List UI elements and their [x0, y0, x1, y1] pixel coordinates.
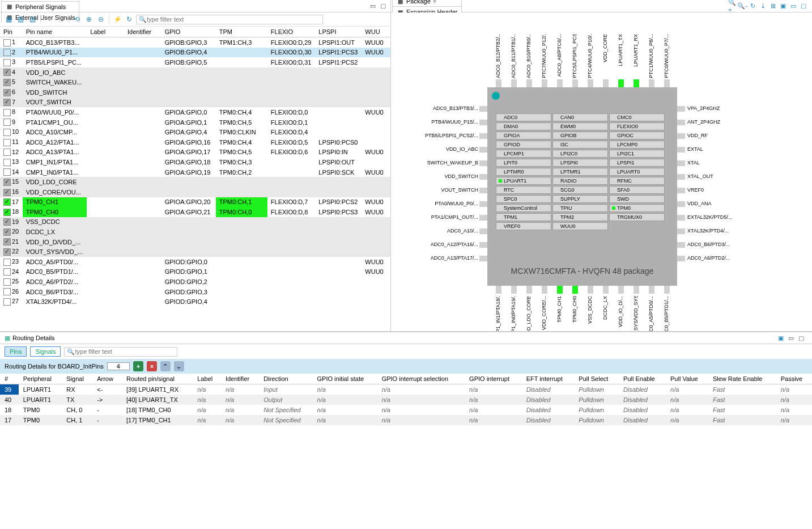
row-checkbox[interactable] [3, 259, 11, 266]
row-checkbox[interactable] [3, 149, 11, 156]
col-header[interactable]: Pin name [23, 27, 87, 37]
peripheral-vref0[interactable]: VREF0 [496, 222, 551, 230]
add-button[interactable]: + [133, 361, 143, 371]
row-checkbox[interactable] [3, 218, 11, 226]
table-row[interactable]: 23ADC0_A5/PTD0/...GPIOD:GPIO,0WUU0 [0, 257, 390, 267]
pin-label[interactable]: VDD_RF [687, 133, 754, 138]
row-checkbox[interactable] [3, 139, 11, 146]
row-checkbox[interactable] [3, 49, 11, 56]
peripheral-radio[interactable]: RADIO [552, 177, 608, 185]
pin-label[interactable]: VDD_ANA [687, 201, 754, 206]
table-row[interactable]: 12ADC0_A13/PTA1...GPIOA:GPIO,17TPM0:CH,5… [0, 147, 390, 158]
grid1-icon[interactable]: ▦ [3, 14, 14, 24]
peripheral-sfa0[interactable]: SFA0 [609, 186, 665, 194]
peripheral-lpuart1[interactable]: LPUART1 [496, 177, 551, 185]
pin-label[interactable]: CMP1_IN0/PTA19/... [511, 296, 516, 331]
pin-label[interactable]: VDD_CORE/... [541, 296, 547, 330]
row-checkbox[interactable] [3, 89, 11, 96]
pin-label[interactable]: PTA1/CMP1_OUT/... [411, 214, 478, 220]
row-checkbox[interactable] [3, 298, 11, 306]
pin-label[interactable]: PTC1/WUU0_P8/... [648, 34, 654, 78]
peripheral-lpcmp1[interactable]: LPCMP1 [496, 150, 551, 158]
table-row[interactable]: 7VOUT_SWITCH [0, 98, 390, 108]
table-row[interactable]: 14CMP1_IN0/PTA1...GPIOA:GPIO,19TPM0:CH,2… [0, 167, 390, 177]
close-icon[interactable]: × [433, 0, 436, 5]
table-row[interactable]: 4VDD_IO_ABC [0, 67, 390, 78]
down-button[interactable]: ⌄ [174, 361, 184, 371]
pin-label[interactable]: PTB5/LPSPI1_PCS2/... [411, 133, 478, 138]
pin-label[interactable]: ADC0_B10/PTB0/... [526, 34, 532, 78]
routing-table[interactable]: #PeripheralSignalArrowRouted pin/signalL… [0, 374, 812, 529]
peripheral-lpi2c1[interactable]: LPI2C1 [609, 150, 665, 158]
peripheral-swd[interactable]: SWD [609, 195, 665, 203]
table-row[interactable]: 21VDD_IO_D/VDD_... [0, 237, 390, 247]
pin-label[interactable]: ADC0_B13/PTB3/... [411, 105, 478, 111]
table-row[interactable]: 24ADC0_B5/PTD1/...GPIOD:GPIO,1WUU0 [0, 267, 390, 277]
row-checkbox[interactable] [3, 209, 11, 216]
table-row[interactable]: 8PTA0/WUU0_P0/...GPIOA:GPIO,0TPM0:CH,4FL… [0, 107, 390, 117]
pin-label[interactable]: VREF0 [687, 187, 754, 193]
peripheral-tpm1[interactable]: TPM1 [496, 213, 551, 221]
peripheral-can0[interactable]: CAN0 [552, 113, 608, 121]
signals-tab-btn[interactable]: Signals [30, 346, 61, 357]
wave1-icon[interactable]: ∿ [44, 14, 54, 24]
row-checkbox[interactable] [3, 109, 11, 116]
pin-label[interactable]: VDD_LDO_CORE [526, 296, 532, 331]
pin-label[interactable]: TPM0_CH0 [572, 296, 577, 323]
peripheral-tpm0[interactable]: TPM0 [609, 204, 665, 212]
pin-label[interactable]: VSS_DCDC [587, 296, 593, 324]
target-icon[interactable]: ⊕ [84, 14, 94, 24]
grid3-icon[interactable]: ▤ [27, 14, 37, 24]
row-checkbox[interactable] [3, 39, 11, 46]
pin-label[interactable]: EXTAL [687, 146, 754, 152]
col-header[interactable]: Direction [259, 374, 312, 384]
col-header[interactable]: Identifier [124, 27, 161, 37]
table-row[interactable]: 5SWITCH_WAKEU... [0, 77, 390, 87]
table-row[interactable]: 10ADC0_A10/CMP...GPIOA:GPIO,4TPM0:CLKINF… [0, 127, 390, 137]
row-checkbox[interactable] [3, 119, 11, 126]
peripheral-ewm0[interactable]: EWM0 [552, 122, 608, 130]
row-checkbox[interactable] [3, 159, 11, 166]
wave2-icon[interactable]: ⎍ [56, 14, 66, 24]
table-row[interactable]: 6VDD_SWITCH [0, 87, 390, 98]
col-header[interactable]: Slew Rate Enable [708, 374, 776, 384]
peripheral-lpi2c0[interactable]: LPI2C0 [552, 150, 608, 158]
link-icon[interactable]: ⟲ [72, 14, 82, 24]
col-header[interactable]: # [0, 374, 19, 384]
row-checkbox[interactable] [3, 179, 11, 186]
table-row[interactable]: 1ADC0_B13/PTB3...GPIOB:GPIO,3TPM1:CH,3FL… [0, 37, 390, 48]
col-header[interactable]: Routed pin/signal [122, 374, 193, 384]
row-checkbox[interactable] [3, 248, 11, 256]
table-row[interactable]: 9PTA1/CMP1_OU...GPIOA:GPIO,1TPM0:CH,5FLE… [0, 117, 390, 128]
pin-label[interactable]: ADC0_A6/PTD2/... [687, 255, 754, 261]
row-checkbox[interactable] [3, 59, 11, 66]
peripheral-i3c[interactable]: I3C [552, 141, 608, 149]
col-header[interactable]: Passive [776, 374, 812, 384]
pin-label[interactable]: ADC0_A10/... [411, 228, 478, 234]
maximize-icon[interactable]: ▢ [379, 2, 387, 10]
col-header[interactable]: LPSPI [315, 27, 362, 37]
col-header[interactable]: TPM [216, 27, 267, 37]
peripheral-lptmr0[interactable]: LPTMR0 [496, 168, 551, 176]
pin-label[interactable]: PTC7/WUU0_P12/... [541, 34, 547, 78]
pin-label[interactable]: ADC0_B11/PTB1/... [511, 34, 516, 78]
delete-button[interactable]: × [147, 361, 157, 371]
peripheral-wuu0[interactable]: WUU0 [552, 222, 608, 230]
col-header[interactable]: EFT interrupt [522, 374, 575, 384]
pin-label[interactable]: CMP1_IN1/PTA18/... [495, 296, 501, 331]
peripheral-tpm2[interactable]: TPM2 [552, 213, 608, 221]
pin-label[interactable]: ADC0_A8/PTC6/... [556, 34, 562, 77]
detach-icon[interactable]: ▣ [779, 2, 787, 10]
pin-label[interactable]: ANT_2P4GHZ [687, 119, 754, 125]
row-checkbox[interactable] [3, 198, 11, 206]
row-checkbox[interactable] [3, 69, 11, 76]
pin-label[interactable]: LPUART1_TX [618, 34, 623, 66]
row-checkbox[interactable] [3, 189, 11, 196]
peripheral-tpiu[interactable]: TPIU [552, 204, 608, 212]
peripheral-gpioa[interactable]: GPIOA [496, 132, 551, 139]
pin-label[interactable]: DCDC_LX [602, 296, 608, 320]
peripheral-lptmr1[interactable]: LPTMR1 [552, 168, 608, 176]
pin-label[interactable]: VDD_SWITCH [411, 173, 478, 179]
target2-icon[interactable]: ⊖ [96, 14, 106, 24]
row-checkbox[interactable] [3, 99, 11, 106]
